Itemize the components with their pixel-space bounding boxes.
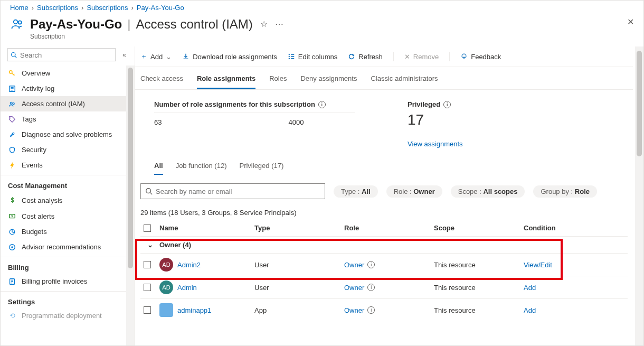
- table-header: Name Type Role Scope Condition: [140, 220, 628, 237]
- sidebar-item-label: Billing profile invoices: [22, 277, 87, 285]
- info-icon[interactable]: i: [318, 101, 326, 108]
- tab-check-access[interactable]: Check access: [140, 74, 183, 89]
- subtab-job-function[interactable]: Job function (12): [176, 162, 227, 175]
- subtab-privileged[interactable]: Privileged (17): [239, 162, 283, 175]
- sidebar-item-label: Programmatic deployment: [22, 312, 102, 320]
- add-button[interactable]: ＋ Add ⌄: [140, 52, 172, 61]
- sidebar-item-security[interactable]: Security: [1, 142, 126, 157]
- sidebar-item-events[interactable]: Events: [1, 157, 126, 173]
- filter-role[interactable]: Role : Owner: [386, 185, 442, 198]
- info-icon[interactable]: i: [443, 101, 451, 108]
- feedback-button[interactable]: Feedback: [460, 53, 501, 61]
- assignments-table: Name Type Role Scope Condition ⌄ Owner (…: [135, 220, 633, 321]
- breadcrumb-current[interactable]: Pay-As-You-Go: [137, 4, 184, 12]
- sidebar-item-label: Budgets: [22, 228, 47, 236]
- tab-classic-admins[interactable]: Classic administrators: [371, 74, 438, 89]
- name-search[interactable]: [140, 183, 325, 199]
- filter-scope[interactable]: Scope : All scopes: [451, 185, 525, 198]
- avatar: AD: [159, 280, 173, 294]
- role-link[interactable]: Owner: [344, 261, 364, 269]
- sidebar-search-input[interactable]: [17, 51, 112, 59]
- info-icon[interactable]: i: [367, 306, 375, 314]
- sidebar-item-diagnose[interactable]: Diagnose and solve problems: [1, 127, 126, 142]
- principal-link[interactable]: Admin2: [177, 261, 201, 269]
- table-row[interactable]: AD Admin User Owneri This resource Add: [140, 276, 628, 299]
- sidebar-item-label: Security: [22, 146, 46, 154]
- col-role[interactable]: Role: [344, 224, 434, 232]
- people-icon: [10, 17, 25, 32]
- refresh-button[interactable]: Refresh: [348, 53, 383, 61]
- info-icon[interactable]: i: [367, 261, 375, 268]
- sidebar-item-cost-alerts[interactable]: $ Cost alerts: [1, 209, 126, 224]
- group-row-owner[interactable]: ⌄ Owner (4): [140, 237, 628, 254]
- collapse-sidebar-button[interactable]: «: [120, 51, 128, 59]
- toolbar-label: Feedback: [471, 53, 501, 61]
- role-link[interactable]: Owner: [344, 284, 364, 292]
- sidebar-item-activity-log[interactable]: Activity log: [1, 81, 126, 96]
- col-condition[interactable]: Condition: [524, 224, 613, 232]
- col-name[interactable]: Name: [159, 224, 254, 232]
- col-scope[interactable]: Scope: [434, 224, 524, 232]
- sidebar-item-invoices[interactable]: Billing profile invoices: [1, 274, 126, 289]
- info-icon[interactable]: i: [367, 284, 375, 291]
- sidebar-item-label: Cost alerts: [22, 212, 54, 220]
- role-link[interactable]: Owner: [344, 306, 364, 314]
- chevron-down-icon: ⌄: [166, 53, 172, 61]
- log-icon: [8, 85, 16, 92]
- tab-deny-assignments[interactable]: Deny assignments: [300, 74, 357, 89]
- sidebar-item-label: Access control (IAM): [22, 100, 85, 108]
- main-panel: ＋ Add ⌄ Download role assignments Edit c…: [135, 46, 643, 345]
- plus-icon: ＋: [140, 52, 147, 61]
- row-checkbox[interactable]: [144, 261, 151, 268]
- select-all-checkbox[interactable]: [144, 225, 151, 232]
- principal-link[interactable]: adminapp1: [177, 306, 211, 314]
- view-assignments-link[interactable]: View assignments: [408, 140, 463, 148]
- breadcrumb: Home › Subscriptions › Subscriptions › P…: [1, 1, 643, 14]
- download-icon: [182, 53, 190, 60]
- sidebar-item-access-control[interactable]: Access control (IAM): [1, 96, 126, 111]
- toolbar-label: Refresh: [358, 53, 383, 61]
- sidebar-search[interactable]: [7, 49, 116, 61]
- row-checkbox[interactable]: [144, 284, 151, 291]
- condition-link[interactable]: Add: [524, 306, 536, 314]
- breadcrumb-subscriptions[interactable]: Subscriptions: [37, 4, 78, 12]
- row-checkbox[interactable]: [144, 306, 151, 314]
- sidebar-item-tags[interactable]: Tags: [1, 111, 126, 127]
- edit-columns-button[interactable]: Edit columns: [288, 53, 337, 61]
- filter-type[interactable]: Type : All: [334, 185, 378, 198]
- toolbar-label: Edit columns: [298, 53, 337, 61]
- principal-link[interactable]: Admin: [177, 284, 197, 292]
- toolbar-label: Add: [150, 53, 163, 61]
- table-row[interactable]: AD Admin2 User Owneri This resource View…: [140, 254, 628, 276]
- resource-type: Subscription: [30, 33, 253, 40]
- sidebar-item-cost-analysis[interactable]: ＄ Cost analysis: [1, 192, 126, 209]
- tab-roles[interactable]: Roles: [269, 74, 287, 89]
- close-button[interactable]: ✕: [627, 17, 634, 27]
- favorite-button[interactable]: ☆: [260, 19, 268, 29]
- condition-link[interactable]: View/Edit: [524, 261, 552, 269]
- condition-link[interactable]: Add: [524, 284, 536, 292]
- invoice-icon: [8, 278, 16, 285]
- main-scrollbar[interactable]: [635, 46, 643, 345]
- tab-role-assignments[interactable]: Role assignments: [197, 74, 255, 89]
- sidebar-item-budgets[interactable]: Budgets: [1, 224, 126, 239]
- breadcrumb-subscriptions2[interactable]: Subscriptions: [87, 4, 128, 12]
- breadcrumb-home[interactable]: Home: [10, 4, 29, 12]
- sidebar-item-advisor[interactable]: Advisor recommendations: [1, 239, 126, 255]
- table-row[interactable]: adminapp1 App Owneri This resource Add: [140, 299, 628, 321]
- sidebar-item-overview[interactable]: Overview: [1, 66, 126, 81]
- toolbar: ＋ Add ⌄ Download role assignments Edit c…: [135, 46, 633, 67]
- name-search-input[interactable]: [153, 188, 320, 195]
- columns-icon: [288, 53, 295, 60]
- filter-groupby[interactable]: Group by : Role: [533, 185, 597, 198]
- stat-count-current: 63: [154, 118, 162, 126]
- page-subtitle: Access control (IAM): [136, 17, 252, 32]
- subtab-all[interactable]: All: [154, 162, 163, 175]
- sidebar-scrollbar[interactable]: [126, 66, 135, 345]
- refresh-icon: [348, 53, 355, 60]
- col-type[interactable]: Type: [254, 224, 344, 232]
- sidebar-item-label: Activity log: [22, 85, 54, 92]
- download-button[interactable]: Download role assignments: [182, 53, 277, 61]
- sidebar-item-deploy[interactable]: ⟲ Programmatic deployment: [1, 308, 126, 323]
- more-button[interactable]: ⋯: [275, 19, 283, 29]
